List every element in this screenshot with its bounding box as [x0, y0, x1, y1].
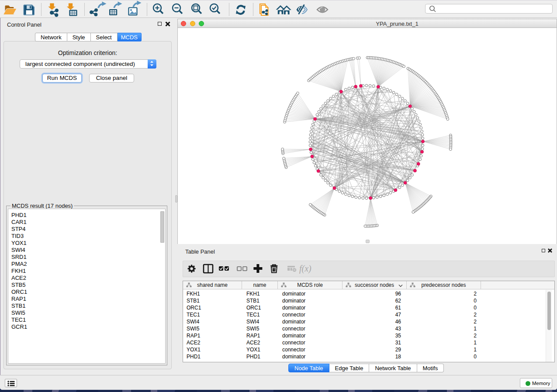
svg-text:f(x): f(x) — [299, 264, 311, 274]
